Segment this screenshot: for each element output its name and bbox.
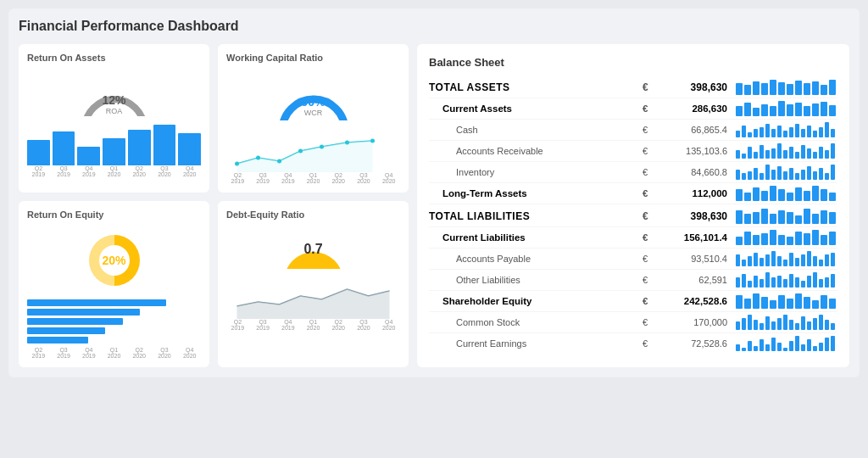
der-title: Debt-Equity Ratio — [226, 209, 400, 220]
bs-value: 242,528.6 — [659, 296, 727, 306]
svg-rect-137 — [825, 254, 829, 266]
bar-label: Q2 2019 — [27, 347, 50, 359]
svg-rect-143 — [760, 279, 764, 288]
svg-point-6 — [345, 141, 349, 145]
left-panel: Return On Assets 12% ROA — [19, 44, 409, 367]
bar-label: Q4 2019 — [77, 165, 100, 177]
svg-rect-104 — [787, 212, 793, 224]
svg-rect-115 — [778, 235, 785, 245]
bs-row-name: Inventory — [429, 167, 643, 177]
svg-rect-33 — [821, 102, 827, 116]
roa-gauge-wrap: 12% ROA — [76, 70, 153, 116]
svg-rect-32 — [812, 103, 819, 116]
svg-rect-142 — [754, 276, 758, 288]
bs-value: 398,630 — [659, 210, 727, 222]
svg-rect-128 — [771, 251, 776, 266]
bs-mini-bars — [736, 101, 837, 116]
bs-currency: € — [643, 317, 659, 327]
svg-rect-84 — [825, 173, 829, 180]
bs-mini-bars — [736, 336, 837, 351]
bs-mini-bars — [736, 315, 837, 330]
bs-row-name: Cash — [429, 125, 643, 135]
svg-rect-195 — [795, 336, 799, 351]
svg-rect-65 — [813, 152, 817, 159]
svg-rect-185 — [736, 344, 740, 351]
svg-rect-80 — [801, 170, 805, 180]
svg-rect-145 — [771, 277, 776, 288]
svg-rect-99 — [744, 214, 751, 224]
bs-row-name: Current Earnings — [429, 338, 643, 349]
svg-rect-48 — [813, 131, 817, 137]
bar-label: Q3 2019 — [53, 347, 75, 359]
svg-rect-136 — [819, 260, 823, 266]
svg-rect-85 — [831, 165, 835, 180]
bs-row-inventory: Inventory € 84,660.8 — [429, 162, 837, 183]
svg-rect-166 — [821, 295, 827, 309]
svg-rect-71 — [748, 171, 752, 180]
svg-rect-58 — [771, 148, 776, 159]
svg-rect-110 — [736, 237, 743, 245]
svg-rect-52 — [736, 150, 740, 159]
svg-rect-78 — [789, 168, 793, 180]
hbar-row — [27, 309, 201, 316]
roa-bar-chart — [27, 123, 201, 165]
svg-rect-168 — [736, 321, 740, 330]
svg-point-5 — [320, 145, 324, 149]
wcr-gauge-wrap: 90% WCR — [275, 70, 352, 120]
bs-value: 62,591 — [659, 275, 727, 285]
svg-rect-171 — [754, 320, 758, 330]
svg-rect-172 — [760, 323, 764, 330]
svg-rect-27 — [770, 106, 776, 116]
svg-rect-24 — [744, 103, 751, 116]
svg-rect-55 — [754, 152, 758, 159]
svg-rect-28 — [778, 101, 785, 116]
svg-rect-155 — [831, 274, 835, 288]
bs-row-name: Accounts Receivable — [429, 146, 643, 156]
wcr-value: 90% — [301, 95, 325, 109]
svg-rect-177 — [789, 320, 793, 330]
bar-label: Q3 2020 — [353, 172, 376, 184]
bs-currency: € — [643, 338, 659, 349]
svg-rect-83 — [819, 168, 823, 180]
svg-rect-179 — [801, 316, 805, 330]
svg-rect-111 — [744, 232, 751, 245]
bs-currency: € — [643, 103, 659, 114]
svg-rect-129 — [777, 256, 782, 266]
svg-rect-146 — [777, 276, 782, 288]
bar — [27, 140, 50, 165]
svg-rect-135 — [813, 256, 817, 266]
svg-rect-42 — [777, 126, 782, 137]
svg-rect-26 — [761, 104, 768, 116]
svg-rect-184 — [831, 323, 835, 330]
bs-value: 135,103.6 — [659, 146, 727, 156]
svg-rect-147 — [783, 279, 787, 288]
svg-rect-183 — [825, 320, 829, 330]
card-wcr: Working Capital Ratio 90% WCR — [218, 44, 409, 193]
svg-rect-126 — [760, 258, 764, 266]
svg-rect-61 — [789, 147, 793, 159]
svg-rect-69 — [736, 170, 740, 180]
svg-rect-148 — [789, 274, 793, 288]
bs-value: 112,000 — [659, 188, 727, 198]
bar-label: Q4 2019 — [276, 319, 299, 331]
svg-rect-53 — [742, 154, 746, 159]
bs-currency: € — [643, 125, 659, 135]
bar-label: Q2 2019 — [226, 319, 249, 331]
roa-bar-labels: Q2 2019 Q3 2019 Q4 2019 Q1 2020 Q2 2020 … — [27, 165, 201, 177]
svg-rect-193 — [783, 348, 787, 351]
svg-rect-175 — [777, 318, 782, 330]
bs-row-total-liabilities: TOTAL LIABILITIES € 398,630 — [429, 206, 837, 227]
bar-label: Q3 2020 — [153, 347, 176, 359]
svg-rect-96 — [821, 189, 827, 201]
svg-rect-131 — [789, 253, 793, 266]
svg-rect-17 — [787, 84, 793, 95]
bs-row-name: Current Assets — [429, 103, 643, 114]
svg-rect-112 — [753, 235, 760, 245]
svg-rect-151 — [807, 276, 811, 288]
svg-rect-139 — [736, 277, 740, 288]
svg-rect-72 — [754, 168, 758, 180]
bs-mini-bars — [736, 251, 837, 266]
svg-rect-64 — [807, 148, 811, 159]
svg-point-7 — [370, 139, 375, 143]
hbar-row — [27, 337, 201, 344]
